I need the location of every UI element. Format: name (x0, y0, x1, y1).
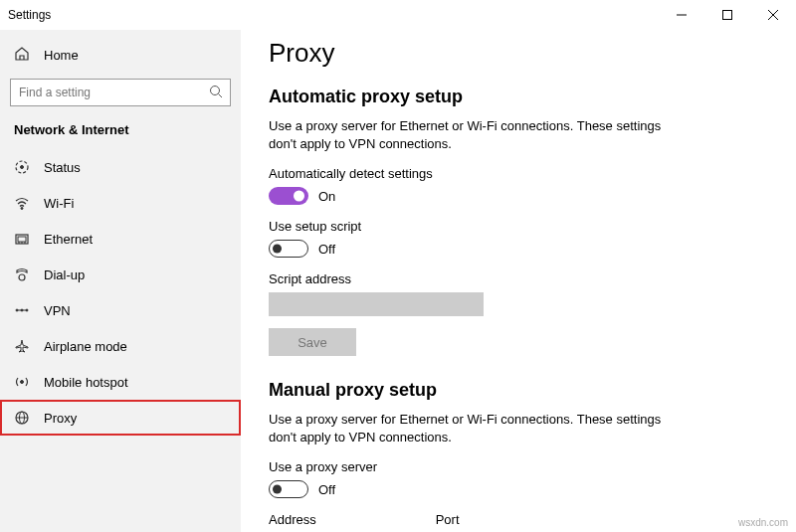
svg-line-5 (219, 94, 223, 98)
airplane-icon (14, 338, 30, 354)
setup-script-label: Use setup script (269, 219, 768, 234)
svg-point-8 (21, 208, 23, 210)
home-nav[interactable]: Home (0, 40, 241, 79)
sidebar-item-label: Wi-Fi (44, 196, 74, 211)
svg-point-19 (21, 381, 24, 384)
sidebar-section-header: Network & Internet (0, 122, 241, 149)
close-button[interactable] (750, 0, 796, 30)
sidebar-item-label: Ethernet (44, 232, 93, 247)
sidebar-item-proxy[interactable]: Proxy (0, 400, 241, 436)
proxy-icon (14, 410, 30, 426)
search-input[interactable] (10, 79, 231, 106)
sidebar-item-status[interactable]: Status (0, 149, 241, 185)
sidebar-item-vpn[interactable]: VPN (0, 292, 241, 328)
dialup-icon (14, 266, 30, 282)
use-proxy-state: Off (318, 482, 335, 497)
home-icon (14, 46, 30, 65)
window-title: Settings (8, 8, 51, 22)
use-proxy-label: Use a proxy server (269, 459, 768, 474)
search-icon (209, 85, 223, 98)
setup-script-state: Off (318, 242, 335, 257)
sidebar-item-label: Mobile hotspot (44, 375, 128, 390)
sidebar-item-label: Status (44, 160, 81, 175)
auto-section-heading: Automatic proxy setup (269, 87, 768, 107)
watermark: wsxdn.com (738, 517, 788, 528)
svg-rect-1 (723, 11, 732, 20)
sidebar-item-label: VPN (44, 303, 71, 318)
auto-detect-label: Automatically detect settings (269, 166, 768, 181)
home-label: Home (44, 48, 79, 63)
svg-point-7 (21, 166, 24, 169)
save-button[interactable]: Save (269, 328, 356, 356)
use-proxy-toggle[interactable] (269, 480, 308, 498)
svg-point-4 (211, 87, 220, 95)
auto-detect-toggle[interactable] (269, 187, 308, 205)
sidebar-item-label: Airplane mode (44, 339, 127, 354)
sidebar-item-label: Proxy (44, 411, 77, 426)
script-address-label: Script address (269, 271, 768, 286)
sidebar-item-dialup[interactable]: Dial-up (0, 257, 241, 292)
sidebar-item-ethernet[interactable]: Ethernet (0, 221, 241, 257)
port-label: Port (436, 512, 460, 527)
manual-section-desc: Use a proxy server for Ethernet or Wi-Fi… (269, 411, 667, 445)
page-title: Proxy (269, 38, 768, 69)
maximize-button[interactable] (704, 0, 750, 30)
vpn-icon (14, 302, 30, 318)
ethernet-icon (14, 231, 30, 247)
sidebar-item-label: Dial-up (44, 267, 85, 282)
sidebar-item-airplane[interactable]: Airplane mode (0, 328, 241, 364)
manual-section-heading: Manual proxy setup (269, 380, 768, 401)
svg-point-14 (19, 274, 25, 280)
sidebar: Home Network & Internet Status Wi-Fi Eth… (0, 30, 241, 532)
script-address-input[interactable] (269, 292, 484, 316)
svg-rect-10 (18, 237, 26, 242)
minimize-button[interactable] (659, 0, 704, 30)
auto-section-desc: Use a proxy server for Ethernet or Wi-Fi… (269, 117, 667, 152)
window-controls (659, 0, 796, 30)
address-label: Address (269, 512, 316, 527)
sidebar-item-hotspot[interactable]: Mobile hotspot (0, 364, 241, 400)
setup-script-toggle[interactable] (269, 240, 308, 258)
hotspot-icon (14, 374, 30, 390)
status-icon (14, 159, 30, 175)
auto-detect-state: On (318, 189, 335, 204)
wifi-icon (14, 195, 30, 211)
main-content: Proxy Automatic proxy setup Use a proxy … (241, 30, 796, 532)
sidebar-item-wifi[interactable]: Wi-Fi (0, 185, 241, 221)
